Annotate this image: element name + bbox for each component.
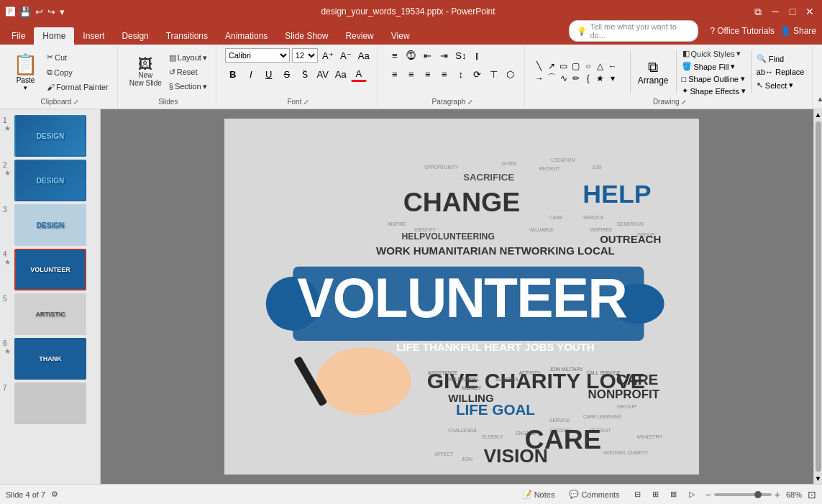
cut-button[interactable]: ✂ Cut <box>44 51 111 63</box>
vertical-scrollbar[interactable]: ▲ ▼ <box>813 109 822 484</box>
scroll-up-button[interactable]: ▲ <box>813 109 822 120</box>
italic-button[interactable]: I <box>243 66 259 82</box>
notes-button[interactable]: 📝 Notes <box>518 488 560 500</box>
normal-view-button[interactable]: ⊟ <box>630 488 646 501</box>
redo-icon[interactable]: ↪ <box>47 6 55 17</box>
customize-qat-icon[interactable]: ▾ <box>60 6 65 17</box>
slide-item-4[interactable]: 4 ★ VOLUNTEER <box>3 249 97 290</box>
new-slide-button[interactable]: 🖼 New New Slide <box>127 55 165 89</box>
tab-home[interactable]: Home <box>34 27 74 45</box>
slide-item-6[interactable]: 6 ★ THANK <box>3 338 97 380</box>
align-right-button[interactable]: ≡ <box>420 66 436 82</box>
tab-transitions[interactable]: Transitions <box>157 27 216 45</box>
shadow-button[interactable]: S̈ <box>297 66 313 82</box>
columns-button[interactable]: ⫿ <box>470 47 485 63</box>
slide-item-3[interactable]: 3 ★ DESIGN <box>3 204 97 246</box>
tab-insert[interactable]: Insert <box>74 27 113 45</box>
slide-thumb-4[interactable]: VOLUNTEER <box>14 249 86 290</box>
zoom-out-button[interactable]: − <box>705 489 711 500</box>
section-button[interactable]: § Section ▾ <box>166 81 210 93</box>
align-text-button[interactable]: ⊤ <box>486 66 502 82</box>
slideshow-view-button[interactable]: ▷ <box>684 488 700 501</box>
minimize-button[interactable]: ─ <box>769 5 782 18</box>
shape-arrow[interactable]: ↗ <box>546 60 557 72</box>
tell-me-placeholder[interactable]: Tell me what you want to do... <box>590 22 690 40</box>
clear-format-button[interactable]: Aa <box>356 47 372 63</box>
select-button[interactable]: ↖ Select ▾ <box>754 80 796 91</box>
tab-view[interactable]: View <box>383 27 419 45</box>
zoom-slider-thumb[interactable] <box>754 491 762 498</box>
restore-icon[interactable]: ⧉ <box>752 5 764 18</box>
reset-button[interactable]: ↺ Reset <box>166 66 210 78</box>
slide-thumb-6[interactable]: THANK <box>14 338 86 380</box>
shape-line[interactable]: ╲ <box>534 60 545 72</box>
underline-button[interactable]: U <box>261 66 277 82</box>
share-button[interactable]: 👤 Share <box>780 26 816 36</box>
tab-review[interactable]: Review <box>337 27 382 45</box>
align-center-button[interactable]: ≡ <box>403 66 419 82</box>
shape-more[interactable]: ▾ <box>607 73 618 84</box>
slide-thumb-7[interactable] <box>14 382 86 424</box>
align-left-button[interactable]: ≡ <box>387 66 403 82</box>
shape-right-arrow[interactable]: → <box>534 73 545 84</box>
font-name-select[interactable]: Calibri <box>225 48 290 63</box>
shape-brace[interactable]: { <box>583 73 594 84</box>
shape-oval[interactable]: ○ <box>583 60 594 72</box>
tell-me-input[interactable]: 💡 Tell me what you want to do... <box>569 20 698 42</box>
quick-styles-button[interactable]: ◧ Quick Styles ▾ <box>680 47 744 60</box>
numbering-button[interactable]: ⓵ <box>403 47 419 63</box>
format-painter-button[interactable]: 🖌 Format Painter <box>44 81 111 93</box>
slide-sorter-button[interactable]: ⊞ <box>648 488 664 501</box>
increase-indent-button[interactable]: ⇥ <box>437 47 452 63</box>
slide-canvas[interactable]: OPPORTUNITY GIVEN RECRUIT LOCATION JOB S… <box>224 119 699 475</box>
font-size-select[interactable]: 12 <box>292 48 318 63</box>
reading-view-button[interactable]: ⊠ <box>666 488 682 501</box>
zoom-in-button[interactable]: + <box>775 489 780 500</box>
slide-item-5[interactable]: 5 ★ ARTISTIC <box>3 293 97 335</box>
shape-star[interactable]: ★ <box>595 73 606 84</box>
tab-design[interactable]: Design <box>113 27 157 45</box>
font-expand-icon[interactable]: ⤢ <box>303 98 309 106</box>
text-direction-button[interactable]: ⟳ <box>470 66 485 82</box>
strikethrough-button[interactable]: S <box>279 66 295 82</box>
slide-item-1[interactable]: 1 ★ DESIGN <box>3 115 97 157</box>
convert-to-smartart-button[interactable]: ⬡ <box>503 66 519 82</box>
arrange-button[interactable]: ⧉ Arrange <box>634 56 673 88</box>
scroll-down-button[interactable]: ▼ <box>813 473 822 484</box>
slide-thumb-1[interactable]: DESIGN <box>14 115 86 157</box>
slide-thumb-3[interactable]: DESIGN <box>14 204 86 246</box>
shape-rounded-rect[interactable]: ▢ <box>570 60 582 72</box>
decrease-font-button[interactable]: A⁻ <box>338 47 354 63</box>
bullets-button[interactable]: ≡ <box>387 47 403 63</box>
replace-button[interactable]: ab↔ Replace <box>754 67 807 77</box>
collapse-ribbon-button[interactable]: ▲ <box>813 91 822 106</box>
paste-dropdown-icon[interactable]: ▾ <box>24 84 27 91</box>
paragraph-expand-icon[interactable]: ⤢ <box>467 98 473 106</box>
zoom-slider-track[interactable] <box>714 493 772 496</box>
tab-slideshow[interactable]: Slide Show <box>276 27 337 45</box>
line-spacing-button[interactable]: ↕ <box>453 66 469 82</box>
shape-fill-button[interactable]: 🪣 Shape Fill ▾ <box>680 61 738 72</box>
fit-slide-button[interactable]: ⊡ <box>808 489 816 500</box>
shape-left-arrow[interactable]: ← <box>607 60 618 72</box>
slide-item-2[interactable]: 2 ★ DESIGN <box>3 160 97 201</box>
layout-button[interactable]: ▤ Layout ▾ <box>166 52 210 64</box>
copy-button[interactable]: ⧉ Copy <box>44 66 111 78</box>
close-button[interactable]: ✕ <box>803 5 816 18</box>
shape-outline-button[interactable]: □ Shape Outline ▾ <box>680 73 747 84</box>
comments-button[interactable]: 💬 Comments <box>565 488 624 500</box>
decrease-indent-button[interactable]: ⇤ <box>420 47 436 63</box>
office-tutorials-link[interactable]: ? Office Tutorials <box>710 26 775 36</box>
change-case-button[interactable]: Aa <box>333 66 349 82</box>
slide-thumb-2[interactable]: DESIGN <box>14 160 86 201</box>
smart-art-button[interactable]: S↕ <box>453 47 469 63</box>
drawing-expand-icon[interactable]: ⤢ <box>681 98 687 106</box>
scroll-thumb[interactable] <box>816 122 821 472</box>
shape-connector[interactable]: ⌒ <box>546 73 557 84</box>
shape-curve[interactable]: ∿ <box>558 73 570 84</box>
clipboard-expand-icon[interactable]: ⤢ <box>73 98 79 106</box>
justify-button[interactable]: ≡ <box>437 66 452 82</box>
tab-animations[interactable]: Animations <box>216 27 276 45</box>
shape-freeform[interactable]: ✏ <box>570 73 582 84</box>
shape-triangle[interactable]: △ <box>595 60 606 72</box>
